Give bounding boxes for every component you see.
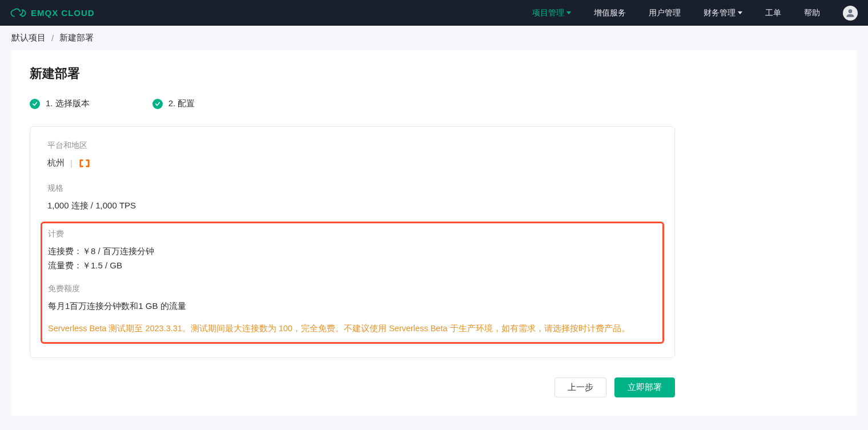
check-icon — [30, 99, 40, 109]
breadcrumb-sep: / — [51, 33, 54, 43]
breadcrumb-item-current: 新建部署 — [59, 33, 94, 43]
check-icon — [152, 99, 163, 109]
nav-label: 增值服务 — [594, 8, 626, 18]
chevron-down-icon — [738, 11, 742, 14]
quota-label: 免费额度 — [48, 284, 657, 294]
nav-label: 用户管理 — [649, 8, 681, 18]
wizard-step-1[interactable]: 1. 选择版本 — [30, 98, 90, 109]
region-label: 平台和地区 — [47, 140, 657, 151]
spec-label: 规格 — [47, 183, 657, 194]
nav-label: 帮助 — [804, 8, 820, 18]
footer-actions: 上一步 立即部署 — [30, 377, 675, 397]
avatar-icon — [845, 7, 856, 19]
svg-point-0 — [849, 9, 853, 13]
nav-label: 工单 — [765, 8, 781, 18]
topbar: EMQX CLOUD 项目管理 增值服务 用户管理 财务管理 工单 帮助 — [0, 0, 868, 26]
region-sep: | — [70, 158, 73, 168]
chevron-down-icon — [566, 11, 571, 14]
nav-right: 项目管理 增值服务 用户管理 财务管理 工单 帮助 — [532, 6, 858, 21]
brand-icon — [10, 8, 26, 18]
nav-item-users[interactable]: 用户管理 — [649, 8, 681, 18]
breadcrumb-item-root[interactable]: 默认项目 — [11, 33, 46, 43]
step-label: 2. 配置 — [168, 98, 195, 109]
back-button[interactable]: 上一步 — [554, 377, 606, 397]
billing-traffic-line: 流量费：￥1.5 / GB — [48, 260, 657, 271]
nav-label: 财务管理 — [704, 8, 736, 18]
nav-item-project[interactable]: 项目管理 — [532, 8, 571, 18]
nav-item-addons[interactable]: 增值服务 — [594, 8, 626, 18]
spec-value: 1,000 连接 / 1,000 TPS — [47, 200, 657, 211]
nav-item-billing[interactable]: 财务管理 — [704, 8, 742, 18]
page-card: 新建部署 1. 选择版本 2. 配置 平台和地区 杭州 | 规格 1,000 连… — [11, 50, 857, 416]
config-summary-card: 平台和地区 杭州 | 规格 1,000 连接 / 1,000 TPS 计费 连接… — [30, 126, 675, 358]
step-label: 1. 选择版本 — [46, 98, 90, 109]
beta-notice: Serverless Beta 测试期至 2023.3.31。测试期间最大连接数… — [48, 322, 657, 335]
pricing-highlight-box: 计费 连接费：￥8 / 百万连接分钟 流量费：￥1.5 / GB 免费额度 每月… — [41, 222, 664, 344]
wizard-step-2[interactable]: 2. 配置 — [152, 98, 195, 109]
brand-logo[interactable]: EMQX CLOUD — [10, 8, 95, 18]
deploy-button[interactable]: 立即部署 — [614, 377, 675, 397]
cloud-provider-icon — [78, 158, 91, 168]
region-value: 杭州 — [47, 158, 65, 168]
quota-value: 每月1百万连接分钟数和1 GB 的流量 — [48, 301, 657, 312]
billing-label: 计费 — [48, 229, 657, 239]
brand-name: EMQX CLOUD — [31, 8, 95, 18]
user-avatar[interactable] — [843, 6, 858, 21]
nav-item-help[interactable]: 帮助 — [804, 8, 820, 18]
breadcrumb: 默认项目 / 新建部署 — [0, 26, 868, 50]
billing-connect-line: 连接费：￥8 / 百万连接分钟 — [48, 246, 657, 257]
wizard-steps: 1. 选择版本 2. 配置 — [30, 98, 838, 109]
nav-item-tickets[interactable]: 工单 — [765, 8, 781, 18]
page-title: 新建部署 — [30, 65, 838, 82]
region-value-row: 杭州 | — [47, 158, 657, 168]
nav-label: 项目管理 — [532, 8, 564, 18]
